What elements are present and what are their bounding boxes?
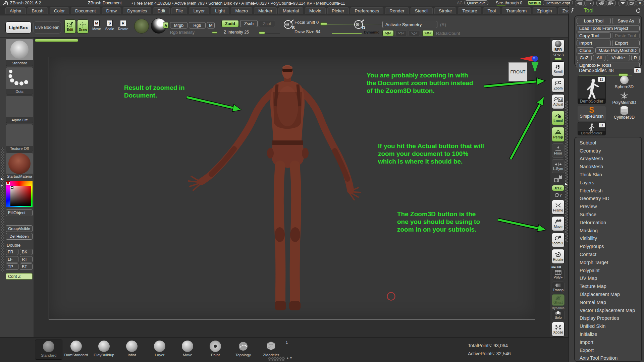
current-texture-slot[interactable]: Texture Off bbox=[6, 124, 33, 152]
tray-handle-icon[interactable]: ▶ bbox=[1, 177, 3, 181]
rotate-button[interactable]: R Rotate bbox=[117, 20, 129, 34]
brush-zmodeler[interactable]: ZModeler bbox=[258, 340, 284, 359]
color-picker[interactable] bbox=[6, 181, 33, 207]
export-button[interactable]: Export bbox=[612, 40, 640, 46]
zoom3d-button[interactable]: Zoom3D bbox=[552, 233, 565, 247]
tool-section-arraymesh[interactable]: ArrayMesh bbox=[575, 155, 641, 163]
draw-size-label[interactable]: Draw Size 64 bbox=[294, 29, 320, 34]
zscript-button[interactable]: DefaultZScript bbox=[543, 0, 573, 5]
tool-section-vector-displacement-map[interactable]: Vector Displacement Map bbox=[575, 306, 641, 314]
color-picker-svbox[interactable] bbox=[10, 186, 31, 206]
rotate-y-icon[interactable]: Y bbox=[553, 192, 563, 199]
tool-section-displacement-map[interactable]: Displacement Map bbox=[575, 290, 641, 298]
tool-section-display-properties[interactable]: Display Properties bbox=[575, 314, 641, 322]
tool-section-normal-map[interactable]: Normal Map bbox=[575, 298, 641, 306]
sym-x-button[interactable]: >X< bbox=[382, 30, 394, 36]
tool-section-polypaint[interactable]: Polypaint bbox=[575, 266, 641, 275]
bpr-button[interactable]: BPR bbox=[552, 40, 565, 52]
fill-object-button[interactable]: FillObject bbox=[6, 209, 33, 216]
window-minimize-icon[interactable] bbox=[619, 0, 627, 6]
dynamic-label[interactable]: Dynamic bbox=[364, 30, 379, 34]
see-through-slider[interactable] bbox=[496, 5, 506, 6]
focal-shift-label[interactable]: Focal Shift 0 bbox=[294, 20, 319, 25]
menu-item-picker[interactable]: Picker bbox=[327, 7, 349, 14]
floor-button[interactable]: Floor bbox=[552, 143, 565, 158]
tool-section-visibility[interactable]: Visibility bbox=[575, 235, 641, 243]
tool-section-texture-map[interactable]: Texture Map bbox=[575, 282, 641, 290]
local-button[interactable]: Local bbox=[552, 111, 565, 125]
fr-button[interactable]: FR bbox=[6, 249, 18, 255]
save-as-button[interactable]: Save As bbox=[612, 18, 640, 24]
tool-section-morph-target[interactable]: Morph Target bbox=[575, 258, 641, 266]
brush-topology[interactable]: Topology bbox=[230, 340, 257, 359]
sym-y-button[interactable]: >Y< bbox=[395, 30, 407, 36]
brush-standard[interactable]: Standard bbox=[35, 340, 62, 360]
current-alpha-slot[interactable]: Alpha Off bbox=[6, 96, 33, 123]
menu-item-layer[interactable]: Layer bbox=[189, 7, 209, 14]
menu-item-marker[interactable]: Marker bbox=[254, 7, 277, 14]
rt-button[interactable]: RT bbox=[20, 256, 33, 262]
rgb-intensity-label[interactable]: Rgb Intensity bbox=[170, 30, 195, 35]
menu-item-dynamics[interactable]: Dynamics bbox=[123, 7, 151, 14]
current-brush-icon[interactable] bbox=[134, 19, 149, 34]
goz-r-button[interactable]: R bbox=[631, 55, 640, 61]
brush-paint[interactable]: Paint bbox=[202, 340, 229, 359]
zsub-button[interactable]: Zsub bbox=[240, 20, 258, 27]
tool-section-subtool[interactable]: Subtool bbox=[575, 139, 641, 147]
tool-slot-simplebrush[interactable]: S SimpleBrush bbox=[578, 106, 606, 121]
current-material-slot[interactable]: StartupMateria bbox=[6, 153, 33, 179]
spix-label[interactable]: SPix 3 bbox=[550, 53, 566, 57]
spix-slider[interactable] bbox=[554, 58, 562, 60]
bk-button[interactable]: BK bbox=[20, 249, 33, 255]
tool-section-axis-tool-position[interactable]: Axis Tool Position bbox=[575, 354, 641, 362]
menu-item-file[interactable]: File bbox=[171, 7, 187, 14]
zadd-button[interactable]: Zadd bbox=[221, 20, 239, 27]
tool-section-geometry-hd[interactable]: Geometry HD bbox=[575, 195, 641, 203]
draw-size-dial-d[interactable]: D bbox=[353, 18, 366, 31]
scroll-button[interactable]: Scroll bbox=[552, 61, 565, 76]
brush-tray-scroll-arrows-icon[interactable]: ▲▼ bbox=[286, 356, 293, 360]
rgb-intensity-slider[interactable] bbox=[212, 32, 217, 34]
double-label[interactable]: Double bbox=[7, 243, 20, 248]
tool-section-initialize[interactable]: Initialize bbox=[575, 330, 641, 338]
menu-item-texture[interactable]: Texture bbox=[458, 7, 481, 14]
group-visible-button[interactable]: GroupVisible bbox=[6, 225, 33, 232]
rotate-3d-button[interactable]: Rotate bbox=[552, 249, 565, 264]
tool-section-import[interactable]: Import bbox=[575, 338, 641, 346]
menu-item-alpha[interactable]: Alpha bbox=[5, 7, 26, 14]
load-tools-from-project-button[interactable]: Load Tools From Project bbox=[577, 25, 640, 32]
sym-m-button[interactable]: >M< bbox=[422, 30, 434, 36]
brush-move[interactable]: Move bbox=[174, 340, 201, 359]
cascade-left-icon[interactable] bbox=[596, 0, 606, 6]
transp-button[interactable]: Transp bbox=[552, 282, 565, 293]
tool-section-deformation[interactable]: Deformation bbox=[575, 219, 641, 227]
make-polymesh3d-button[interactable]: Make PolyMesh3D bbox=[595, 47, 640, 54]
menu-item-edit[interactable]: Edit bbox=[153, 7, 169, 14]
m-button[interactable]: M bbox=[207, 22, 215, 28]
draw-button[interactable]: Draw bbox=[77, 19, 89, 34]
tool-section-export[interactable]: Export bbox=[575, 346, 641, 354]
current-stroke-slot[interactable]: Dots bbox=[6, 67, 33, 95]
cont-z-button[interactable]: Cont Z bbox=[6, 273, 33, 280]
menus-button[interactable]: Menus bbox=[528, 0, 541, 5]
menu-item-render[interactable]: Render bbox=[385, 7, 409, 14]
frame-button[interactable]: Frame bbox=[552, 200, 565, 215]
mrgb-button[interactable]: Mrgb bbox=[170, 22, 187, 28]
menu-item-zplugin[interactable]: Zplugin bbox=[533, 7, 556, 14]
zoom-button[interactable]: Zoom bbox=[552, 78, 565, 93]
tool-slot-sphere3d[interactable]: Sphere3D bbox=[607, 76, 641, 90]
tool-section-layers[interactable]: Layers bbox=[575, 179, 641, 187]
solo-button[interactable]: Solo bbox=[552, 310, 565, 320]
copy-tool-button[interactable]: Copy Tool bbox=[577, 33, 611, 39]
import-button[interactable]: Import bbox=[577, 40, 611, 46]
brush-claybuildup[interactable]: ClayBuildup bbox=[91, 340, 117, 359]
menu-item-tool[interactable]: Tool bbox=[483, 7, 500, 14]
menu-item-transform[interactable]: Transform bbox=[502, 7, 531, 14]
menu-item-brush[interactable]: Brush bbox=[28, 7, 48, 14]
visible-button[interactable]: Visible bbox=[607, 55, 630, 61]
goz-button[interactable]: GoZ bbox=[577, 55, 592, 61]
move-button[interactable]: M Move bbox=[91, 20, 102, 34]
window-restore-icon[interactable] bbox=[627, 0, 636, 6]
polyf-button[interactable]: PolyF bbox=[552, 269, 565, 280]
window-close-icon[interactable]: × bbox=[636, 0, 644, 6]
